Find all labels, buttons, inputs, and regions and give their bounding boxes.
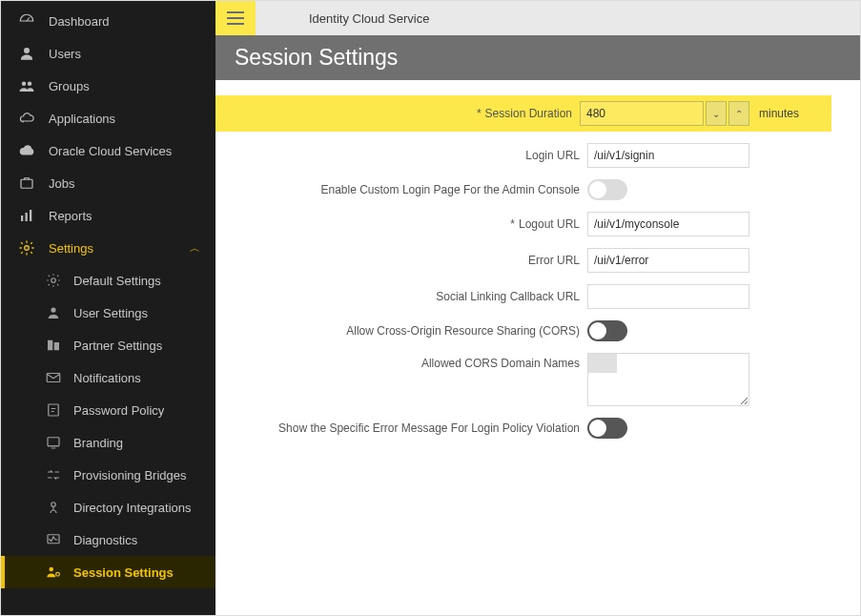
menu-toggle-button[interactable] <box>215 1 256 35</box>
logout-url-input[interactable] <box>587 212 749 236</box>
groups-icon <box>18 77 35 94</box>
nav-settings[interactable]: Settings ︿ <box>1 232 215 264</box>
chevron-up-icon: ︿ <box>190 241 200 256</box>
nav-jobs[interactable]: Jobs <box>1 167 215 199</box>
nav-reports[interactable]: Reports <box>1 199 215 232</box>
cors-domains-input[interactable] <box>587 353 749 406</box>
sub-label: Partner Settings <box>73 339 162 353</box>
step-down-button[interactable]: ⌄ <box>706 101 727 126</box>
sub-branding[interactable]: Branding <box>1 426 215 459</box>
svg-rect-12 <box>47 374 60 382</box>
enable-custom-login-toggle[interactable] <box>587 179 627 200</box>
nav-label: Jobs <box>49 176 74 191</box>
nav-label: Users <box>49 47 81 61</box>
nav-applications[interactable]: Applications <box>1 102 215 134</box>
sub-label: Diagnostics <box>73 533 137 547</box>
row-social-callback: Social Linking Callback URL <box>215 284 831 309</box>
svg-rect-6 <box>30 210 31 221</box>
svg-rect-11 <box>54 342 59 350</box>
svg-rect-3 <box>21 179 32 188</box>
sub-diagnostics[interactable]: Diagnostics <box>1 524 215 556</box>
bridge-icon <box>45 466 62 483</box>
nav-dashboard[interactable]: Dashboard <box>1 5 215 37</box>
required-asterisk: * <box>510 217 515 231</box>
svg-rect-5 <box>26 213 28 221</box>
service-title: Identity Cloud Service <box>309 11 429 26</box>
label-logout-url: *Logout URL <box>215 217 587 231</box>
error-url-input[interactable] <box>587 248 749 273</box>
sub-label: Password Policy <box>73 403 164 418</box>
svg-point-15 <box>51 503 56 507</box>
svg-rect-13 <box>49 404 59 416</box>
nav-label: Oracle Cloud Services <box>49 144 172 158</box>
label-social-callback: Social Linking Callback URL <box>215 290 587 303</box>
sub-password-policy[interactable]: Password Policy <box>1 394 215 426</box>
row-show-specific-error: Show the Specific Error Message For Logi… <box>215 418 831 439</box>
show-specific-error-toggle[interactable] <box>587 418 627 439</box>
label-login-url: Login URL <box>215 149 587 162</box>
sub-notifications[interactable]: Notifications <box>1 361 215 394</box>
social-callback-input[interactable] <box>587 284 749 309</box>
gear-icon <box>18 239 35 257</box>
sub-label: Branding <box>73 436 123 450</box>
row-login-url: Login URL <box>215 143 831 168</box>
svg-rect-14 <box>48 438 59 446</box>
sub-directory-integrations[interactable]: Directory Integrations <box>1 491 215 524</box>
partner-icon <box>45 337 62 354</box>
svg-point-8 <box>51 278 56 283</box>
reports-icon <box>18 207 35 224</box>
row-session-duration: *Session Duration ⌄ ⌃ minutes <box>215 95 831 132</box>
nav-groups[interactable]: Groups <box>1 70 215 102</box>
login-url-input[interactable] <box>587 143 749 168</box>
user-sub-icon <box>45 304 62 321</box>
step-up-button[interactable]: ⌃ <box>728 101 749 126</box>
label-error-url: Error URL <box>215 254 587 267</box>
nav-oracle-cloud[interactable]: Oracle Cloud Services <box>1 134 215 167</box>
sub-label: Default Settings <box>73 274 161 288</box>
sidebar: Dashboard Users Groups Applications Orac <box>1 1 215 615</box>
sub-user-settings[interactable]: User Settings <box>1 297 215 329</box>
allow-cors-toggle[interactable] <box>587 320 627 341</box>
row-logout-url: *Logout URL <box>215 212 831 236</box>
row-error-url: Error URL <box>215 248 831 273</box>
main: Identity Cloud Service Session Settings … <box>215 1 860 615</box>
chevron-down-icon: ⌄ <box>712 109 720 119</box>
session-icon <box>45 564 62 581</box>
nav-label: Dashboard <box>49 14 110 29</box>
sub-label: Notifications <box>73 371 141 385</box>
nav-list: Dashboard Users Groups Applications Orac <box>1 5 215 264</box>
svg-rect-10 <box>48 340 52 351</box>
session-duration-stepper: ⌄ ⌃ <box>580 101 749 126</box>
label-allow-cors: Allow Cross-Origin Resource Sharing (COR… <box>215 324 587 338</box>
password-icon <box>45 401 62 419</box>
svg-point-1 <box>22 82 27 87</box>
sub-label: Directory Integrations <box>73 501 192 515</box>
required-asterisk: * <box>477 107 482 120</box>
sub-partner-settings[interactable]: Partner Settings <box>1 329 215 361</box>
svg-point-0 <box>24 48 30 53</box>
form-area: *Session Duration ⌄ ⌃ minutes Login URL … <box>215 80 860 450</box>
branding-icon <box>45 434 62 451</box>
sub-provisioning-bridges[interactable]: Provisioning Bridges <box>1 459 215 491</box>
nav-label: Groups <box>49 79 90 93</box>
sub-default-settings[interactable]: Default Settings <box>1 264 215 297</box>
sub-label: User Settings <box>73 306 148 320</box>
sub-label: Provisioning Bridges <box>73 468 187 483</box>
label-cors-domains: Allowed CORS Domain Names <box>215 353 587 370</box>
sub-session-settings[interactable]: Session Settings <box>1 556 215 588</box>
topbar: Identity Cloud Service <box>215 1 860 35</box>
label-session-duration: *Session Duration <box>219 107 580 120</box>
sub-label: Session Settings <box>73 565 174 580</box>
row-enable-custom-login: Enable Custom Login Page For the Admin C… <box>215 179 831 200</box>
row-allow-cors: Allow Cross-Origin Resource Sharing (COR… <box>215 320 831 341</box>
settings-submenu: Default Settings User Settings Partner S… <box>1 264 215 588</box>
svg-point-9 <box>51 307 55 312</box>
session-duration-unit: minutes <box>759 107 799 120</box>
session-duration-input[interactable] <box>580 101 704 126</box>
page-title: Session Settings <box>215 35 860 80</box>
hamburger-icon <box>227 11 244 25</box>
nav-users[interactable]: Users <box>1 37 215 70</box>
cloud-icon <box>18 142 35 159</box>
user-icon <box>18 45 35 62</box>
gear-sub-icon <box>45 272 62 289</box>
